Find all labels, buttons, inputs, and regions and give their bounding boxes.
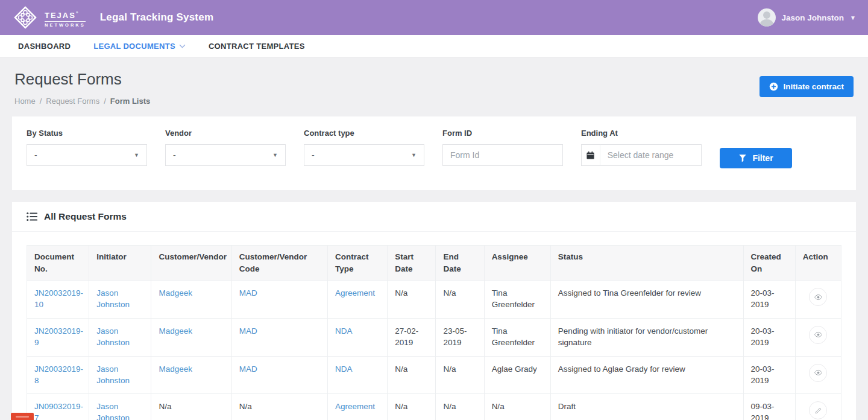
cell-assignee: Aglae Grady <box>484 356 550 394</box>
cell-created-on: 20-03-2019 <box>743 318 795 356</box>
cell-action <box>795 356 841 394</box>
cell-assignee: N/a <box>484 394 550 420</box>
breadcrumb-current: Form Lists <box>110 97 150 106</box>
document-link[interactable]: JN20032019-10 <box>34 288 83 309</box>
customer-vendor-code-link[interactable]: MAD <box>239 364 257 374</box>
contract-type-link[interactable]: NDA <box>335 364 353 374</box>
app-title: Legal Tracking System <box>100 11 213 24</box>
document-link[interactable]: JN09032019-7 <box>34 402 83 420</box>
initiator-link[interactable]: Jason Johnston <box>96 288 130 309</box>
brand-trademark: ° <box>76 10 80 16</box>
by-status-label: By Status <box>27 129 147 138</box>
col-action: Action <box>795 246 841 281</box>
cell-created-on: 09-03-2019 <box>743 394 795 420</box>
filter-button-wrap: Filter <box>720 148 792 168</box>
cell-action <box>795 281 841 319</box>
list-icon <box>27 212 37 221</box>
brand-name: TEJAS° <box>45 11 86 19</box>
cell-customer-vendor: Madgeek <box>151 281 231 319</box>
document-link[interactable]: JN20032019-8 <box>34 364 83 385</box>
cell-document-no: JN20032019-10 <box>27 281 89 319</box>
contract-type-select[interactable]: - ▼ <box>304 144 424 166</box>
cell-start-date: N/a <box>388 356 436 394</box>
cell-initiator: Jason Johnston <box>89 356 151 394</box>
nav-legal-documents[interactable]: LEGAL DOCUMENTS <box>93 42 186 51</box>
cell-initiator: Jason Johnston <box>89 394 151 420</box>
customer-vendor-link[interactable]: Madgeek <box>159 364 192 374</box>
cell-created-on: 20-03-2019 <box>743 281 795 319</box>
cell-customer-vendor-code: MAD <box>231 281 327 319</box>
avatar <box>758 8 776 27</box>
initiator-link[interactable]: Jason Johnston <box>96 364 130 385</box>
cell-customer-vendor-code: MAD <box>231 318 327 356</box>
cell-contract-type: Agreement <box>328 394 388 420</box>
filter-button[interactable]: Filter <box>720 148 792 168</box>
cell-status: Pending with initiator for vendor/custom… <box>550 318 743 356</box>
contract-type-link[interactable]: Agreement <box>335 402 375 411</box>
cell-action <box>795 318 841 356</box>
col-assignee: Assignee <box>484 246 550 281</box>
cell-customer-vendor-code: MAD <box>231 356 327 394</box>
view-button[interactable] <box>809 288 827 306</box>
breadcrumb: Home / Request Forms / Form Lists <box>14 97 150 106</box>
edit-button[interactable] <box>809 401 827 419</box>
view-button[interactable] <box>809 326 827 344</box>
cell-status: Assigned to Aglae Grady for review <box>550 356 743 394</box>
initiator-link[interactable]: Jason Johnston <box>96 402 130 420</box>
cell-customer-vendor: N/a <box>151 394 231 420</box>
initiator-link[interactable]: Jason Johnston <box>96 326 130 347</box>
col-created-on: Created On <box>743 246 795 281</box>
form-id-label: Form ID <box>442 129 563 138</box>
vendor-select[interactable]: - ▼ <box>165 144 286 166</box>
nav-legal-documents-label: LEGAL DOCUMENTS <box>93 42 175 51</box>
customer-vendor-code-link[interactable]: MAD <box>239 288 257 298</box>
contract-type-label: Contract type <box>304 129 424 138</box>
customer-vendor-code-link[interactable]: MAD <box>239 326 257 336</box>
eye-icon <box>814 368 823 377</box>
cell-end-date: N/a <box>436 356 484 394</box>
nav-dashboard[interactable]: DASHBOARD <box>18 42 71 51</box>
cell-contract-type: NDA <box>328 318 388 356</box>
breadcrumb-home[interactable]: Home <box>14 97 36 106</box>
cell-contract-type: Agreement <box>328 281 388 319</box>
brand-text: TEJAS° NETWORKS <box>45 11 86 28</box>
col-contract-type: Contract Type <box>328 246 388 281</box>
calendar-icon-box[interactable] <box>581 144 600 166</box>
cell-customer-vendor-code: N/a <box>231 394 327 420</box>
table-header-row: Document No. Initiator Customer/Vendor C… <box>27 246 841 281</box>
ending-at-label: Ending At <box>581 129 702 138</box>
col-customer-vendor-code: Customer/Vendor Code <box>231 246 327 281</box>
customer-vendor-link[interactable]: Madgeek <box>159 288 192 298</box>
pencil-icon <box>814 407 822 415</box>
cell-end-date: N/a <box>436 281 484 319</box>
cell-document-no: JN09032019-7 <box>27 394 89 420</box>
document-link[interactable]: JN20032019-9 <box>34 326 83 347</box>
cell-initiator: Jason Johnston <box>89 281 151 319</box>
contract-type-link[interactable]: Agreement <box>335 288 375 298</box>
by-status-value: - <box>34 150 37 160</box>
table-card-title: All Request Forms <box>44 211 127 222</box>
breadcrumb-request-forms[interactable]: Request Forms <box>46 97 99 106</box>
col-initiator: Initiator <box>89 246 151 281</box>
nav-contract-templates[interactable]: CONTRACT TEMPLATES <box>209 42 305 51</box>
user-name: Jason Johnston <box>782 13 844 22</box>
page-head-left: Request Forms Home / Request Forms / For… <box>14 70 150 106</box>
customer-vendor-link[interactable]: Madgeek <box>159 326 192 336</box>
table-row: JN20032019-8 Jason Johnston Madgeek MAD … <box>27 356 841 394</box>
form-id-input[interactable] <box>442 144 563 166</box>
cell-end-date: 23-05-2019 <box>436 318 484 356</box>
cell-start-date: N/a <box>388 394 436 420</box>
table-card-header: All Request Forms <box>12 202 856 232</box>
user-menu[interactable]: Jason Johnston ▼ <box>758 8 856 27</box>
by-status-select[interactable]: - ▼ <box>27 144 147 166</box>
select-caret-icon: ▼ <box>134 152 139 158</box>
view-button[interactable] <box>809 364 827 382</box>
initiate-contract-button[interactable]: Initiate contract <box>760 76 854 97</box>
contract-type-link[interactable]: NDA <box>335 326 353 336</box>
cell-created-on: 20-03-2019 <box>743 356 795 394</box>
request-forms-table: Document No. Initiator Customer/Vendor C… <box>27 245 841 420</box>
tejas-logo: TEJAS° NETWORKS <box>12 4 86 31</box>
cell-document-no: JN20032019-8 <box>27 356 89 394</box>
funnel-icon <box>738 154 747 162</box>
date-range-input[interactable] <box>600 144 702 166</box>
